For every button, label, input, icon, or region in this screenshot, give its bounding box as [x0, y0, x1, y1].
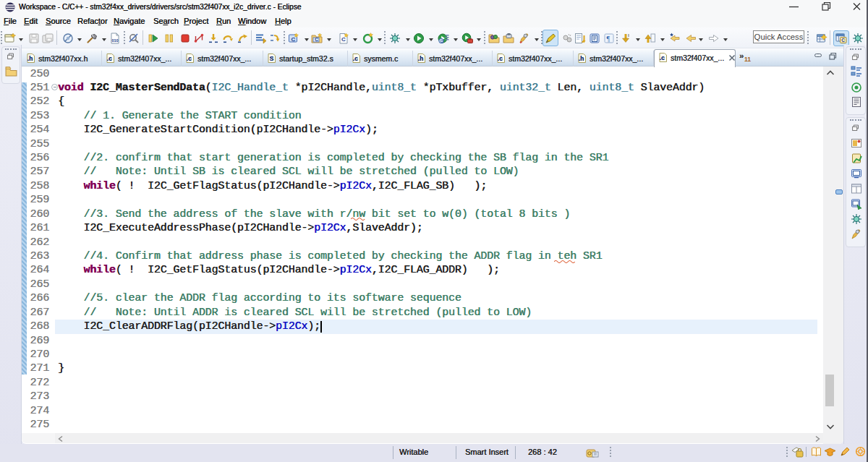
svg-text:S: S — [270, 55, 274, 62]
svg-text:C: C — [841, 38, 845, 43]
svg-text:.c: .c — [353, 55, 358, 62]
svg-text:.h: .h — [579, 55, 584, 62]
svg-text:010: 010 — [111, 38, 118, 43]
svg-text:Q: Q — [440, 39, 443, 43]
svg-text:.c: .c — [660, 54, 665, 61]
svg-text:.c: .c — [498, 55, 503, 62]
svg-text:C: C — [315, 37, 318, 42]
svg-text:C: C — [341, 36, 346, 43]
svg-text:.c: .c — [187, 55, 192, 62]
svg-text:.h: .h — [418, 55, 424, 62]
svg-text:.h: .h — [27, 55, 33, 62]
svg-text:¶: ¶ — [607, 35, 610, 43]
svg-text:.c: .c — [107, 55, 112, 62]
